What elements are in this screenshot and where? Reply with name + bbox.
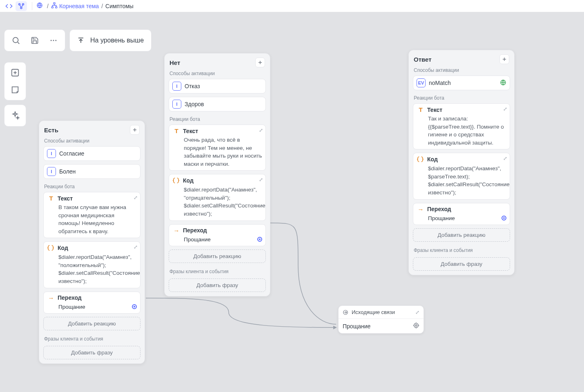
add-phrase-button[interactable]: Добавить фразу [169,278,266,292]
text-type-icon: T [47,195,55,202]
collapse-icon[interactable]: ⤢ [134,244,138,250]
arrow-type-icon: → [417,206,425,213]
node-no[interactable]: Нет Способы активации I Отказ I Здоров Р… [164,53,270,296]
reaction-transition[interactable]: →Переход Прощание [43,292,140,314]
connection-port[interactable] [257,237,262,242]
add-phrase-button[interactable]: Добавить фразу [43,346,140,359]
collapse-icon[interactable]: ⤢ [503,106,507,112]
reaction-text[interactable]: ⤢ TТекст В таком случае вам нужна срочна… [43,192,140,238]
outgoing-header: Исходящие связи [352,309,415,315]
link-out-icon [343,310,348,315]
left-dock [4,62,26,127]
sparkle-icon[interactable] [4,105,26,127]
svg-point-0 [19,3,20,5]
collapse-icon[interactable]: ⤢ [259,127,263,133]
intent-icon: I [172,100,181,109]
reaction-transition[interactable]: →Переход Прощание [169,224,266,247]
add-reaction-button[interactable]: Добавить реакцию [413,228,510,242]
collapse-icon[interactable]: ⤢ [134,195,138,200]
event-icon: EV [417,78,426,87]
canvas[interactable]: На уровень выше Есть [0,12,584,392]
add-node-icon[interactable] [8,66,22,80]
reaction-body: $dialer.reportData("Анамнез", $parseTree… [417,165,506,196]
tool-group [4,29,65,51]
text-type-icon: T [417,106,425,113]
add-reaction-button[interactable]: Добавить реакцию [169,249,266,263]
reaction-body: В таком случае вам нужна срочная медицин… [47,203,137,235]
save-icon[interactable] [27,33,42,48]
node-title: Есть [44,127,58,134]
reaction-text[interactable]: ⤢ TТекст Так и записала: {{$parseTree.te… [413,103,510,149]
reaction-kind: Текст [58,195,73,202]
outgoing-links-card[interactable]: Исходящие связи ⤢ Прощание [338,305,424,334]
connection-port[interactable] [132,304,137,309]
node-title: Ответ [414,56,432,63]
reaction-body: Очень рада, что всё в порядке! Тем не ме… [172,136,262,168]
reaction-code[interactable]: ⤢ Код $dialer.reportData("Анамнез", $par… [413,153,510,199]
reactions-label: Реакции бота [409,94,514,103]
transition-target: Прощание [428,214,455,223]
activation-text: Здоров [185,101,204,107]
reaction-body: $dialer.reportData("Анамнез", "отрицател… [172,186,262,218]
svg-rect-6 [56,7,57,8]
activation-label: Способы активации [165,69,270,79]
code-type-icon [47,244,54,252]
level-up-button[interactable]: На уровень выше [69,29,152,51]
code-type-icon [172,177,180,184]
add-phrase-button[interactable]: Добавить фразу [413,257,510,271]
activation-row[interactable]: I Болен [43,164,140,179]
activation-row[interactable]: EV noMatch [413,76,510,90]
global-icon [500,79,506,87]
add-reaction-button[interactable]: Добавить реакцию [43,317,140,330]
node-answer[interactable]: Ответ Способы активации EV noMatch Реакц… [408,50,515,275]
intent-icon: I [172,82,181,91]
activation-row[interactable]: I Согласие [43,146,140,161]
node-yes[interactable]: Есть Способы активации I Согласие I Боле… [39,120,145,364]
activation-label: Способы активации [39,136,145,146]
reaction-kind: Переход [58,294,82,301]
sitemap-icon [51,2,58,10]
activation-row[interactable]: I Здоров [169,97,266,111]
search-icon[interactable] [9,33,23,48]
add-icon[interactable] [499,54,509,64]
phrases-label: Фразы клиента и события [409,246,514,256]
more-icon[interactable] [46,33,61,48]
reaction-code[interactable]: ⤢ Код $dialer.reportData("Анамнез", "отр… [169,174,266,220]
phrases-label: Фразы клиента и события [39,334,145,344]
reaction-code[interactable]: ⤢ Код $dialer.reportData("Анамнез", "пол… [43,241,140,288]
locate-icon[interactable] [413,322,419,330]
breadcrumb-root[interactable]: Корневая тема [59,3,99,9]
collapse-icon[interactable]: ⤢ [415,310,419,315]
activation-text: Отказ [185,83,200,89]
svg-point-26 [414,323,419,328]
transition-target: Прощание [58,303,85,311]
svg-point-10 [55,40,56,41]
arrow-type-icon: → [47,294,55,301]
reactions-label: Реакции бота [165,115,270,125]
code-tab[interactable] [3,1,15,11]
svg-point-25 [415,325,417,326]
phrases-label: Фразы клиента и события [165,267,270,277]
svg-point-8 [51,40,52,41]
collapse-icon[interactable]: ⤢ [259,177,263,183]
level-up-label: На уровень выше [90,37,144,44]
reaction-kind: Переход [427,206,451,212]
add-icon[interactable] [130,125,140,135]
transition-target: Прощание [184,236,211,244]
text-type-icon: T [172,127,181,134]
reaction-text[interactable]: ⤢ TТекст Очень рада, что всё в порядке! … [169,125,266,171]
reaction-body: $dialer.reportData("Анамнез", "положител… [47,253,137,285]
activation-text: Согласие [59,150,84,157]
svg-rect-4 [53,2,55,4]
reaction-transition[interactable]: →Переход Прощание [413,203,510,225]
top-bar: / Корневая тема / Симптомы [0,0,584,12]
note-icon[interactable] [8,83,22,97]
connection-port[interactable] [502,216,506,220]
reaction-kind: Код [183,177,194,184]
graph-tab[interactable] [16,1,27,11]
reactions-label: Реакции бота [39,182,145,192]
add-icon[interactable] [255,58,265,67]
collapse-icon[interactable]: ⤢ [503,156,507,161]
activation-row[interactable]: I Отказ [169,79,266,94]
reaction-kind: Текст [427,107,442,113]
